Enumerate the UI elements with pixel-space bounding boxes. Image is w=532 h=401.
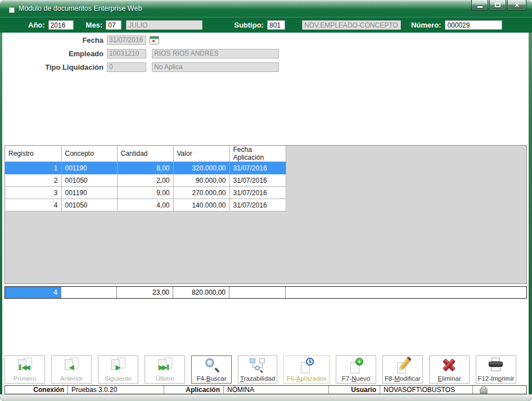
anterior-button: ◀ Anterior [51,355,92,384]
total-valor: 820.000,00 [173,287,229,298]
usuario-value: NOVASOFT\OBUSTOS [380,386,473,394]
total-fecha [229,287,286,298]
client-area: Fecha Empleado Tipo Liquidación [2,33,529,394]
button-label: F8-Modificar [385,375,421,382]
next-record-icon: ▶ [109,358,127,373]
close-button[interactable]: × [507,0,526,11]
last-record-icon: ▶▶ [156,358,174,373]
col-registro[interactable]: Registro [5,146,61,162]
empleado-codigo-field [107,49,146,58]
fecha-field [107,35,146,45]
aplicacion-label: Aplicación [164,386,224,394]
document-header-bar: Año: Mes: Subtipo: Número: [0,17,532,33]
modificar-button[interactable]: F8-Modificar [382,355,423,384]
col-valor[interactable]: Valor [173,146,229,162]
app-icon [5,4,15,13]
button-label: F6-Aplazados [287,375,327,382]
window-bottom-frame [0,394,532,401]
empleado-label: Empleado [2,49,103,58]
calendar-icon[interactable] [150,36,159,44]
numero-label: Número: [411,21,441,29]
conexion-value: Pruebas 3.0.20 [68,386,164,394]
button-label: Siguiente [105,375,132,382]
ano-input[interactable] [48,20,74,30]
empleado-nombre-field [152,49,279,58]
subtipo-label: Subtipo: [234,21,264,29]
fecha-label: Fecha [2,36,103,44]
status-bar: Conexión Pruebas 3.0.20 Aplicación NÓMIN… [4,385,527,394]
subtipo-nombre-field [302,20,401,30]
mes-label: Mes: [86,21,103,29]
primero-button: ◀◀ Primero [4,355,45,384]
window-controls: × [471,0,526,11]
col-concepto[interactable]: Concepto [61,146,117,162]
document-form: Fecha Empleado Tipo Liquidación [2,35,529,75]
button-label: Anterior [60,375,83,382]
minimize-button[interactable] [471,0,488,11]
totals-row: 4 23,00 820.000,00 [4,286,527,299]
ultimo-button: ▶▶ Último [145,355,185,384]
tipo-liquidacion-nombre-field [152,62,279,72]
printer-icon [488,358,504,372]
trazabilidad-button[interactable]: Trazabilidad [238,355,277,384]
table-row[interactable]: 2 001050 2,00 90.000,00 31/07/2016 [5,174,286,187]
window-title: Módulo de documentos Enterprise Web [19,4,142,12]
total-filler [286,287,526,298]
security-cell [473,386,526,394]
app-window: Módulo de documentos Enterprise Web × Añ… [0,0,532,401]
records-table: Registro Concepto Cantidad Valor Fecha A… [5,146,286,211]
total-registros: 4 [5,287,61,298]
edit-pencil-icon [395,358,411,373]
new-record-icon: + [348,358,364,373]
button-label: F7-Nuevo [342,375,371,382]
maximize-icon [495,3,501,7]
minimize-icon [477,6,483,8]
total-cantidad: 23,00 [117,287,173,298]
maximize-button[interactable] [489,0,506,11]
titlebar: Módulo de documentos Enterprise Web [0,0,532,17]
aplicacion-value: NÓMINA [224,386,329,394]
table-row[interactable]: 3 001190 9,00 270.000,00 31/07/2016 [5,187,286,199]
ano-label: Año: [28,21,45,29]
imprimir-button[interactable]: F12-Imprimir [476,355,516,384]
lock-icon [480,386,486,394]
aplazados-button: F6-Aplazados [283,355,330,384]
close-icon: × [515,1,519,10]
button-label: Primero [13,375,36,382]
usuario-label: Usuario [329,386,380,394]
siguiente-button: ▶ Siguiente [98,355,138,384]
button-label: Trazabilidad [240,375,275,382]
col-cantidad[interactable]: Cantidad [117,146,173,162]
search-icon [203,358,220,373]
button-label: F4-Buscar [196,375,226,382]
buscar-button[interactable]: F4-Buscar [191,355,232,384]
subtipo-input[interactable] [267,20,285,30]
nuevo-button[interactable]: + F7-Nuevo [336,355,376,384]
total-concepto [61,287,117,298]
table-header-row: Registro Concepto Cantidad Valor Fecha A… [5,146,286,162]
first-record-icon: ◀◀ [16,358,34,373]
col-fecha-aplicacion[interactable]: Fecha Aplicación [229,146,286,162]
tipo-liquidacion-codigo-field [107,62,146,72]
mes-input[interactable] [106,20,121,30]
previous-record-icon: ◀ [62,358,80,373]
eliminar-button[interactable]: Eliminar [429,355,470,384]
records-grid-panel: Registro Concepto Cantidad Valor Fecha A… [4,145,527,284]
action-toolbar: ◀◀ Primero ◀ Anterior ▶ Siguiente ▶▶ [4,355,516,384]
table-row[interactable]: 4 001050 4,00 140.000,00 31/07/2016 [5,199,286,211]
conexion-label: Conexión [5,386,68,394]
button-label: Eliminar [438,375,461,382]
numero-input[interactable] [445,20,502,30]
tipo-liquidacion-label: Tipo Liquidación [2,63,103,71]
table-row[interactable]: 1 001190 8,00 320.000,00 31/07/2016 [5,162,286,174]
button-label: Último [156,375,174,382]
traceability-icon [248,358,267,373]
deferred-clock-icon [299,358,314,373]
delete-x-icon [441,358,458,372]
button-label: F12-Imprimir [477,375,514,382]
mes-nombre-field [126,20,202,30]
